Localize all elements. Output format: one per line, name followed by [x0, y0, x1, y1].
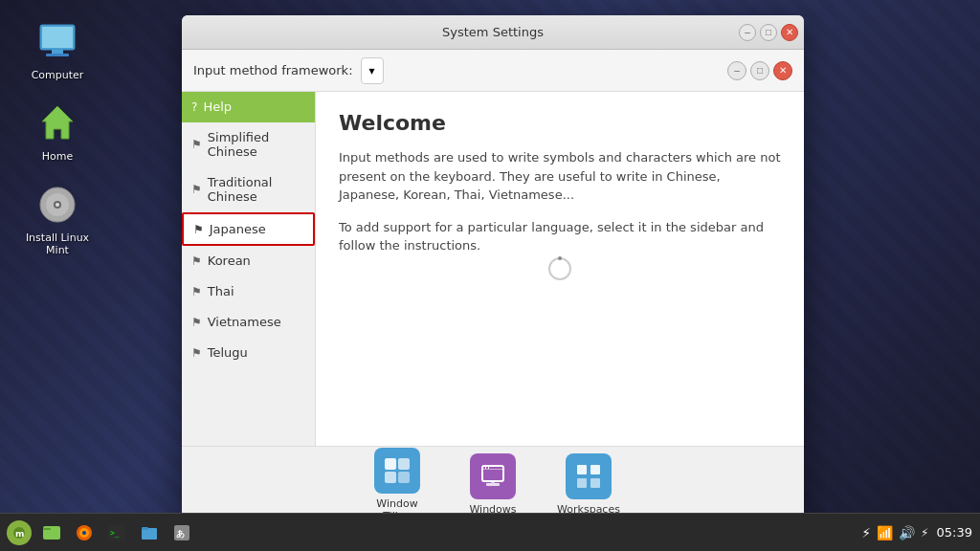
taskbar-system-icons: ⚡ 📶 🔊 ⚡ [861, 525, 928, 540]
sidebar: ? Help ⚑ Simplified Chinese ⚑ Traditiona… [182, 92, 316, 446]
svg-point-31 [82, 531, 86, 535]
svg-rect-13 [385, 472, 396, 483]
svg-text:あ: あ [176, 529, 185, 539]
flag-icon-thai: ⚑ [191, 285, 202, 298]
toolbar-minimize-button[interactable]: – [727, 61, 746, 80]
loading-spinner [546, 255, 573, 282]
sidebar-label-telugu: Telugu [208, 345, 248, 360]
bottom-app-bar: Window Tiling Windows [182, 446, 804, 522]
app-window-tiling[interactable]: Window Tiling [364, 448, 431, 522]
svg-point-9 [549, 258, 570, 279]
sidebar-item-thai[interactable]: ⚑ Thai [182, 276, 315, 307]
window-controls: – □ ✕ [739, 24, 798, 41]
flag-icon-japanese: ⚑ [193, 223, 204, 236]
svg-rect-20 [491, 481, 495, 483]
sidebar-label-help: Help [203, 99, 232, 114]
taskbar-mint-button[interactable]: m [4, 518, 34, 548]
flag-icon-korean: ⚑ [191, 254, 202, 268]
toolbar-close-button[interactable]: ✕ [773, 61, 792, 80]
bluetooth-icon[interactable]: ⚡ [861, 525, 871, 540]
taskbar-left: m [0, 518, 201, 548]
svg-rect-14 [398, 472, 410, 483]
help-icon: ? [191, 100, 197, 114]
toolbar-right-controls: – □ ✕ [727, 61, 792, 80]
svg-text:>_: >_ [110, 529, 120, 538]
system-settings-window: System Settings – □ ✕ Input method frame… [182, 15, 804, 522]
sidebar-label-traditional-chinese: Traditional Chinese [208, 175, 305, 204]
content-paragraph1: Input methods are used to write symbols … [339, 148, 781, 205]
window-tiling-icon [374, 448, 420, 494]
window-title: System Settings [442, 25, 544, 39]
main-content-area: Welcome Input methods are used to write … [316, 92, 804, 446]
sidebar-label-simplified-chinese: Simplified Chinese [208, 130, 305, 159]
window-titlebar: System Settings – □ ✕ [182, 15, 804, 50]
home-icon[interactable]: Home [19, 100, 96, 163]
svg-rect-23 [577, 478, 587, 488]
window-content: ? Help ⚑ Simplified Chinese ⚑ Traditiona… [182, 92, 804, 446]
sidebar-item-korean[interactable]: ⚑ Korean [182, 246, 315, 276]
taskbar-time: 05:39 [937, 525, 972, 540]
sidebar-label-japanese: Japanese [210, 222, 266, 236]
taskbar-right: ⚡ 📶 🔊 ⚡ 05:39 [854, 525, 980, 540]
content-title: Welcome [339, 111, 781, 135]
svg-rect-1 [42, 27, 73, 48]
computer-label: Computer [32, 69, 84, 81]
sidebar-item-japanese[interactable]: ⚑ Japanese [182, 212, 315, 246]
flag-icon-telugu: ⚑ [191, 346, 202, 360]
app-windows[interactable]: Windows [459, 453, 526, 516]
svg-point-8 [56, 203, 59, 207]
computer-icon[interactable]: Computer [19, 19, 96, 81]
toolbar-label: Input method framework: [193, 63, 353, 77]
svg-rect-11 [385, 458, 396, 470]
flag-icon-vietnamese: ⚑ [191, 316, 202, 329]
svg-rect-16 [482, 469, 503, 470]
taskbar-files-button[interactable] [36, 518, 67, 548]
svg-rect-24 [590, 478, 600, 488]
window-close-button[interactable]: ✕ [781, 24, 798, 41]
windows-icon [470, 453, 516, 499]
framework-dropdown[interactable]: ▾ [361, 57, 384, 84]
svg-text:m: m [15, 529, 24, 539]
window-minimize-button[interactable]: – [739, 24, 756, 41]
sidebar-item-simplified-chinese[interactable]: ⚑ Simplified Chinese [182, 122, 315, 167]
install-icon[interactable]: Install Linux Mint [19, 182, 96, 256]
toolbar-maximize-button[interactable]: □ [750, 61, 769, 80]
wifi-icon[interactable]: 📶 [877, 525, 893, 540]
taskbar-filemanager-button[interactable] [134, 518, 165, 548]
desktop: Computer Home Install Linux Mint [0, 0, 980, 551]
svg-rect-28 [43, 528, 51, 530]
svg-rect-35 [142, 527, 148, 530]
taskbar-terminal-button[interactable]: >_ [101, 518, 132, 548]
svg-rect-12 [398, 458, 410, 470]
svg-rect-22 [590, 465, 600, 474]
sidebar-item-help[interactable]: ? Help [182, 92, 315, 122]
window-maximize-button[interactable]: □ [760, 24, 777, 41]
svg-rect-17 [485, 467, 486, 469]
flag-icon-simplified: ⚑ [191, 138, 202, 151]
flag-icon-traditional: ⚑ [191, 183, 202, 196]
install-label: Install Linux Mint [19, 231, 96, 256]
battery-icon: ⚡ [921, 526, 928, 540]
svg-rect-3 [46, 54, 69, 56]
window-toolbar: Input method framework: ▾ – □ ✕ [182, 50, 804, 92]
svg-point-10 [558, 256, 562, 260]
svg-marker-4 [42, 106, 73, 139]
sidebar-item-telugu[interactable]: ⚑ Telugu [182, 338, 315, 368]
home-label: Home [42, 150, 73, 163]
volume-icon[interactable]: 🔊 [899, 525, 915, 540]
content-paragraph2: To add support for a particular language… [339, 218, 781, 255]
desktop-icons: Computer Home Install Linux Mint [19, 19, 96, 256]
sidebar-label-vietnamese: Vietnamese [208, 315, 281, 329]
svg-rect-21 [577, 465, 587, 474]
app-workspaces[interactable]: Workspaces [555, 453, 622, 516]
svg-rect-19 [486, 483, 500, 486]
taskbar-ibus-button[interactable]: あ [167, 518, 197, 548]
taskbar: m [0, 513, 980, 551]
svg-rect-18 [488, 467, 489, 469]
workspaces-icon [566, 453, 612, 499]
sidebar-item-vietnamese[interactable]: ⚑ Vietnamese [182, 307, 315, 338]
sidebar-item-traditional-chinese[interactable]: ⚑ Traditional Chinese [182, 167, 315, 212]
taskbar-firefox-button[interactable] [69, 518, 100, 548]
sidebar-label-korean: Korean [208, 253, 251, 268]
sidebar-label-thai: Thai [208, 284, 234, 298]
